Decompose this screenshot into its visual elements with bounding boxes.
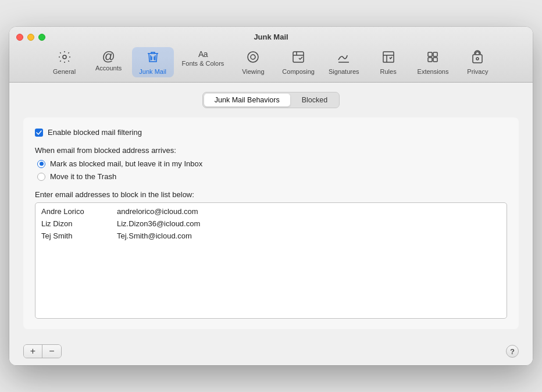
toolbar-label-junkmail: Junk Mail — [139, 68, 166, 75]
main-content: Junk Mail Behaviors Blocked Enable block… — [9, 83, 533, 338]
radio-group: Mark as blocked mail, but leave it in my… — [37, 159, 507, 181]
blocked-list[interactable]: Andre Lorico andrelorico@icloud.com Liz … — [35, 202, 507, 319]
toolbar-label-general: General — [53, 68, 76, 75]
help-button[interactable]: ? — [506, 345, 519, 358]
tab-bar: Junk Mail Behaviors Blocked — [23, 92, 519, 108]
traffic-lights — [16, 34, 45, 41]
toolbar-item-rules[interactable]: Rules — [368, 47, 409, 77]
privacy-icon — [470, 50, 484, 66]
radio-option1[interactable] — [37, 160, 45, 168]
radio-option2-row: Move it to the Trash — [37, 172, 507, 181]
enable-filtering-row: Enable blocked mail filtering — [35, 128, 507, 137]
add-remove-group: + − — [23, 344, 62, 358]
contact-name-0: Andre Lorico — [41, 207, 117, 216]
list-item[interactable]: Tej Smith Tej.Smith@icloud.com — [35, 230, 507, 242]
radio-option2-label: Move it to the Trash — [50, 172, 116, 181]
minimize-button[interactable] — [27, 34, 34, 41]
list-item[interactable]: Liz Dizon Liz.Dizon36@icloud.com — [35, 218, 507, 230]
toolbar-label-viewing: Viewing — [242, 68, 264, 75]
blocked-panel: Enable blocked mail filtering When email… — [23, 117, 519, 329]
toolbar-label-privacy: Privacy — [467, 68, 488, 75]
composing-icon — [291, 50, 305, 66]
svg-rect-11 — [433, 52, 437, 56]
svg-rect-9 — [383, 52, 394, 62]
toolbar-label-rules: Rules — [380, 68, 397, 75]
svg-rect-12 — [428, 58, 432, 62]
contact-name-2: Tej Smith — [41, 231, 117, 240]
radio-option1-row: Mark as blocked mail, but leave it in my… — [37, 159, 507, 168]
toolbar-item-extensions[interactable]: Extensions — [412, 47, 455, 77]
main-window: Junk Mail General @ Accounts — [9, 27, 533, 365]
toolbar-item-accounts[interactable]: @ Accounts — [88, 47, 130, 77]
toolbar-label-extensions: Extensions — [418, 68, 449, 75]
contact-name-1: Liz Dizon — [41, 219, 117, 228]
toolbar-label-composing: Composing — [282, 68, 315, 75]
toolbar-item-privacy[interactable]: Privacy — [457, 47, 498, 77]
window-title: Junk Mail — [254, 33, 288, 41]
contact-email-0: andrelorico@icloud.com — [117, 207, 198, 216]
list-label: Enter email addresses to block in the li… — [35, 190, 507, 199]
toolbar-item-composing[interactable]: Composing — [276, 47, 320, 77]
radio-option2[interactable] — [37, 173, 45, 181]
list-item[interactable]: Andre Lorico andrelorico@icloud.com — [35, 205, 507, 218]
enable-filtering-checkbox[interactable] — [35, 129, 43, 137]
titlebar: Junk Mail General @ Accounts — [9, 27, 533, 83]
svg-rect-13 — [433, 58, 437, 62]
radio-option1-label: Mark as blocked mail, but leave it in my… — [50, 159, 202, 168]
toolbar-label-signatures: Signatures — [329, 68, 359, 75]
at-icon: @ — [102, 50, 115, 63]
toolbar-label-fonts: Fonts & Colors — [182, 60, 224, 67]
svg-rect-10 — [428, 52, 432, 56]
close-button[interactable] — [16, 34, 23, 41]
toolbar-item-viewing[interactable]: Viewing — [232, 47, 274, 77]
tab-blocked[interactable]: Blocked — [291, 94, 338, 106]
toolbar: General @ Accounts Junk Mail — [44, 47, 499, 77]
toolbar-label-accounts: Accounts — [95, 65, 122, 72]
tab-junk-mail-behaviors[interactable]: Junk Mail Behaviors — [204, 94, 290, 106]
signatures-icon — [337, 50, 351, 66]
toolbar-item-signatures[interactable]: Signatures — [323, 47, 365, 77]
svg-line-1 — [151, 55, 151, 60]
toolbar-item-general[interactable]: General — [44, 47, 85, 77]
toolbar-item-junkmail[interactable]: Junk Mail — [132, 47, 174, 77]
remove-button[interactable]: − — [42, 345, 61, 358]
contact-email-2: Tej.Smith@icloud.com — [117, 231, 192, 240]
contact-email-1: Liz.Dizon36@icloud.com — [117, 219, 200, 228]
extensions-icon — [426, 50, 440, 66]
add-button[interactable]: + — [24, 345, 42, 358]
when-label: When email from blocked address arrives: — [35, 146, 507, 155]
enable-filtering-label: Enable blocked mail filtering — [48, 128, 142, 137]
svg-point-4 — [248, 52, 258, 62]
svg-line-2 — [155, 55, 155, 60]
toolbar-item-fonts[interactable]: Aa Fonts & Colors — [176, 47, 230, 77]
viewing-icon — [246, 50, 260, 66]
trash-icon — [146, 50, 160, 66]
svg-point-0 — [63, 55, 66, 59]
gear-icon — [58, 50, 72, 66]
fonts-icon: Aa — [198, 50, 208, 58]
maximize-button[interactable] — [38, 34, 45, 41]
svg-point-3 — [251, 55, 255, 59]
tab-group: Junk Mail Behaviors Blocked — [202, 92, 340, 108]
rules-icon — [381, 50, 395, 66]
bottom-bar: + − ? — [9, 338, 533, 365]
